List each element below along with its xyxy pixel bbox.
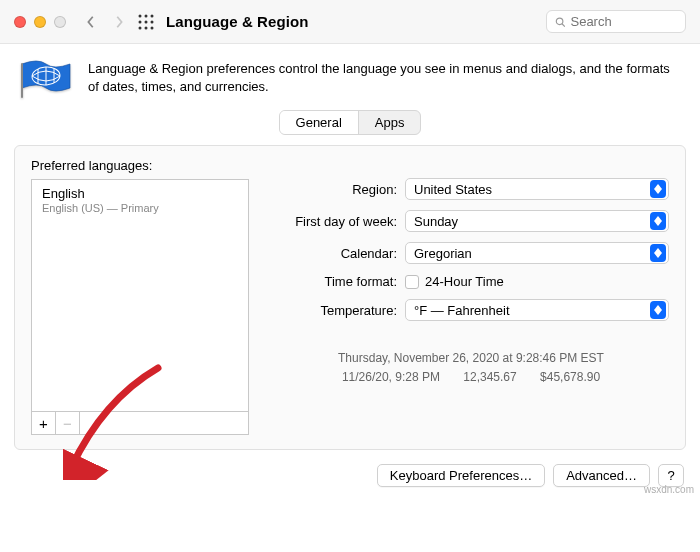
svg-marker-23 xyxy=(654,310,662,315)
svg-point-3 xyxy=(139,20,142,23)
temperature-label: Temperature: xyxy=(273,303,405,318)
watermark: wsxdn.com xyxy=(644,484,694,495)
zoom-window-button[interactable] xyxy=(54,16,66,28)
svg-marker-19 xyxy=(654,221,662,226)
region-label: Region: xyxy=(273,182,405,197)
format-example: Thursday, November 26, 2020 at 9:28:46 P… xyxy=(273,349,669,387)
language-region-icon xyxy=(20,60,72,100)
tab-apps[interactable]: Apps xyxy=(359,111,421,134)
svg-rect-15 xyxy=(21,63,23,98)
tabs: General Apps xyxy=(279,110,422,135)
chevron-updown-icon xyxy=(650,180,666,198)
back-button[interactable] xyxy=(84,15,98,29)
minimize-window-button[interactable] xyxy=(34,16,46,28)
example-number: 12,345.67 xyxy=(463,370,516,384)
forward-button[interactable] xyxy=(112,15,126,29)
svg-point-1 xyxy=(145,14,148,17)
first-day-select[interactable]: Sunday xyxy=(405,210,669,232)
temperature-select[interactable]: °F — Fahrenheit xyxy=(405,299,669,321)
first-day-value: Sunday xyxy=(414,214,458,229)
settings-panel: Preferred languages: English English (US… xyxy=(14,145,686,450)
region-select[interactable]: United States xyxy=(405,178,669,200)
window-title: Language & Region xyxy=(166,13,309,30)
time-format-label: Time format: xyxy=(273,274,405,289)
advanced-button[interactable]: Advanced… xyxy=(553,464,650,487)
language-detail: English (US) — Primary xyxy=(42,202,238,214)
example-date: 11/26/20, 9:28 PM xyxy=(342,370,440,384)
close-window-button[interactable] xyxy=(14,16,26,28)
svg-point-7 xyxy=(145,26,148,29)
language-list[interactable]: English English (US) — Primary + − xyxy=(31,179,249,435)
time-format-value: 24-Hour Time xyxy=(425,274,504,289)
calendar-value: Gregorian xyxy=(414,246,472,261)
svg-point-6 xyxy=(139,26,142,29)
example-currency: $45,678.90 xyxy=(540,370,600,384)
svg-point-9 xyxy=(556,18,563,25)
language-list-actions: + − xyxy=(32,411,248,434)
example-line1: Thursday, November 26, 2020 at 9:28:46 P… xyxy=(273,349,669,368)
first-day-label: First day of week: xyxy=(273,214,405,229)
search-field[interactable] xyxy=(546,10,686,33)
chevron-updown-icon xyxy=(650,244,666,262)
preferred-languages-label: Preferred languages: xyxy=(31,158,249,173)
calendar-select[interactable]: Gregorian xyxy=(405,242,669,264)
add-language-button[interactable]: + xyxy=(32,412,56,434)
toolbar: Language & Region xyxy=(0,0,700,44)
remove-language-button[interactable]: − xyxy=(56,412,80,434)
language-name: English xyxy=(42,186,238,201)
svg-point-8 xyxy=(151,26,154,29)
temperature-value: °F — Fahrenheit xyxy=(414,303,510,318)
tab-general[interactable]: General xyxy=(280,111,359,134)
description-row: Language & Region preferences control th… xyxy=(0,44,700,112)
24-hour-checkbox[interactable] xyxy=(405,275,419,289)
region-value: United States xyxy=(414,182,492,197)
svg-point-5 xyxy=(151,20,154,23)
footer-buttons: Keyboard Preferences… Advanced… ? xyxy=(0,450,700,501)
search-icon xyxy=(555,16,565,28)
description-text: Language & Region preferences control th… xyxy=(88,60,680,95)
keyboard-preferences-button[interactable]: Keyboard Preferences… xyxy=(377,464,545,487)
chevron-updown-icon xyxy=(650,212,666,230)
chevron-updown-icon xyxy=(650,301,666,319)
svg-marker-21 xyxy=(654,253,662,258)
list-item[interactable]: English English (US) — Primary xyxy=(32,180,248,222)
calendar-label: Calendar: xyxy=(273,246,405,261)
svg-point-2 xyxy=(151,14,154,17)
svg-line-10 xyxy=(562,23,565,26)
traffic-lights xyxy=(14,16,66,28)
svg-marker-17 xyxy=(654,189,662,194)
svg-point-0 xyxy=(139,14,142,17)
show-all-icon[interactable] xyxy=(138,14,154,30)
search-input[interactable] xyxy=(570,14,677,29)
svg-point-4 xyxy=(145,20,148,23)
nav-arrows xyxy=(84,15,126,29)
